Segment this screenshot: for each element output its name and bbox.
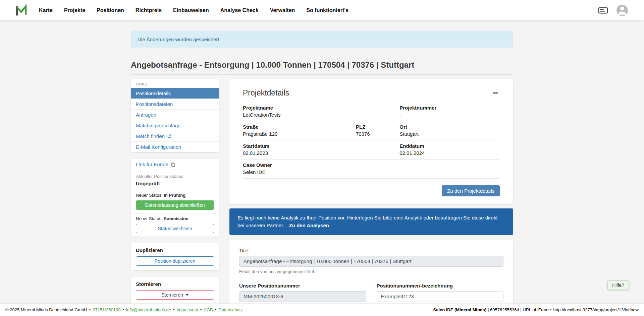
footer-link-datenschutz[interactable]: Datenschutz (218, 307, 243, 312)
strasse-label: Straße (243, 124, 356, 130)
projektnummer-value: - (399, 112, 500, 118)
field-projektnummer: Projektnummer - (399, 105, 500, 118)
top-nav: Karte Projekte Positionen Richtpreis Ein… (0, 0, 644, 20)
nav-right (598, 5, 628, 16)
projektnummer-label: Projektnummer (399, 105, 500, 111)
next-status-label: Neuer Status: (136, 193, 163, 198)
sidebar-item-positionsdetails[interactable]: Positionsdetails (131, 88, 219, 99)
strasse-value: Pragstraße 120 (243, 131, 356, 137)
project-details-title: Projektdetails (243, 88, 289, 98)
project-row-2: Straße Pragstraße 120 PLZ 70376 Ort Stut… (243, 121, 500, 140)
main-content: Die Änderungen wurden gespeichert Angebo… (0, 20, 644, 304)
sidebar-item-label: Positionsdetails (136, 90, 171, 96)
copyright-text: © 2025 Mineral Minds Deutschland GmbH (5, 307, 87, 312)
next-status-1-line: Neuer Status: In Prüfung (136, 193, 214, 198)
titel-input (239, 256, 503, 267)
positionsnummer-input[interactable] (377, 291, 504, 302)
nav-item-karte[interactable]: Karte (39, 7, 53, 13)
person-icon (616, 5, 628, 16)
collapse-icon[interactable] (493, 92, 498, 93)
position-form-card: Titel Erhält den von uns vorgegebenen Ti… (229, 240, 513, 304)
to-analyses-link[interactable]: Zu den Analysen (289, 223, 329, 228)
nav-item-projekte[interactable]: Projekte (64, 7, 85, 13)
nav-item-analyse-check[interactable]: Analyse Check (220, 7, 259, 13)
unsere-positionsnummer-label: Unsere Positionsnummer (239, 283, 366, 289)
nav-item-so-funktionierts[interactable]: So funktioniert's (306, 7, 348, 13)
duplicate-position-button[interactable]: Position duplizieren (136, 256, 214, 266)
field-ort: Ort Stuttgart (399, 124, 500, 137)
sidebar-item-email-konfiguration[interactable]: E-Mail Konfiguration (131, 141, 219, 152)
titel-label: Titel (239, 248, 503, 253)
next-status-label: Neuer Status: (136, 216, 163, 221)
customer-link-label: Link für Kunde (136, 162, 168, 167)
current-status-value: Ungeprüft (136, 181, 214, 186)
customer-link[interactable]: Link für Kunde (136, 162, 175, 167)
links-header: LINKS (131, 79, 219, 88)
unsere-positionsnummer-field: Unsere Positionsnummer Erhält eine syste… (239, 283, 366, 304)
title-divider (131, 74, 513, 75)
separator-dot (87, 307, 93, 312)
nav-item-einbauweisen[interactable]: Einbauweisen (173, 7, 209, 13)
nav-item-richtpreis[interactable]: Richtpreis (136, 7, 162, 13)
sidebar-item-positionsdateien[interactable]: Positionsdateien (131, 99, 219, 109)
content-column: Projektdetails Projektname LotCreationTe… (229, 79, 513, 304)
case-owner-label: Case Owner (243, 162, 500, 168)
success-alert: Die Änderungen wurden gespeichert (131, 31, 513, 48)
sidebar-item-matchingvorschlaege[interactable]: Matchingvorschläge (131, 120, 219, 131)
sidebar-item-anfragen[interactable]: Anfragen (131, 109, 219, 120)
user-avatar[interactable] (616, 5, 628, 16)
footer-link-impressum[interactable]: Impressum (176, 307, 198, 312)
positionsnummer-label: Positionsnummer/-bezeichnung (377, 283, 504, 289)
field-plz: PLZ 70376 (356, 124, 399, 137)
startdatum-value: 02.01.2023 (243, 150, 399, 156)
sidebar-item-match-finden[interactable]: Match finden (131, 131, 219, 141)
footer-link-agb[interactable]: AGB (204, 307, 213, 312)
footer-session-details: | 69576255536d | URL of iFrame: http://l… (486, 307, 639, 312)
to-project-details-button[interactable]: Zu den Projektdetails (442, 185, 500, 196)
separator-dot (198, 307, 204, 312)
next-status-2-section: Neuer Status: Submission Status wechseln (131, 213, 219, 237)
projektname-label: Projektname (243, 105, 399, 111)
help-button[interactable]: Hilfe? (607, 280, 629, 290)
field-projektname: Projektname LotCreationTests (243, 105, 399, 118)
position-number-row: Unsere Positionsnummer Erhält eine syste… (239, 283, 503, 304)
footer-link-email[interactable]: info@mineral-minds.de (126, 307, 171, 312)
plz-value: 70376 (356, 131, 399, 137)
next-status-2-value: Submission (164, 216, 189, 221)
unsere-positionsnummer-input (239, 291, 366, 302)
sidebar-item-label: E-Mail Konfiguration (136, 144, 181, 150)
project-row-1: Projektname LotCreationTests Projektnumm… (243, 102, 500, 121)
analytics-banner: Es liegt noch keine Analytik zu Ihrer Po… (229, 208, 513, 235)
separator-dot (213, 307, 219, 312)
field-case-owner: Case Owner Selen IDE (243, 162, 500, 175)
analytics-banner-text: Es liegt noch keine Analytik zu Ihrer Po… (237, 215, 497, 228)
nav-item-verwalten[interactable]: Verwalten (270, 7, 295, 13)
field-startdatum: Startdatum 02.01.2023 (243, 143, 399, 156)
enddatum-label: Enddatum (399, 143, 500, 149)
footer-link-phone[interactable]: 07151/250100 (93, 307, 120, 312)
customer-link-section: Link für Kunde (131, 159, 219, 171)
mineral-minds-logo[interactable] (15, 4, 28, 17)
switch-status-button[interactable]: Status wechseln (136, 224, 214, 233)
footer-user: Selen IDE (Mineral Minds) (433, 307, 486, 312)
next-status-1-value: In Prüfung (164, 193, 185, 198)
duplicate-card: Duplizieren Position duplizieren (131, 243, 219, 270)
case-owner-value: Selen IDE (243, 169, 500, 175)
footer-session-info: Selen IDE (Mineral Minds) | 69576255536d… (433, 307, 639, 312)
next-status-2-line: Neuer Status: Submission (136, 216, 214, 221)
nav-item-positionen[interactable]: Positionen (97, 7, 124, 13)
main-nav: Karte Projekte Positionen Richtpreis Ein… (39, 7, 348, 13)
cancel-dropdown-button[interactable]: Stornieren (136, 290, 214, 300)
field-enddatum: Enddatum 02.01.2024 (399, 143, 500, 156)
complete-data-entry-button[interactable]: Datenerfassung abschließen (136, 200, 214, 210)
cancel-title: Stornieren (136, 281, 214, 287)
status-card: Link für Kunde Aktueller Positionsstatus… (131, 159, 219, 237)
server-icon[interactable] (598, 5, 608, 15)
cancel-card: Stornieren Stornieren (131, 277, 219, 304)
sidebar-item-label: Matchingvorschläge (136, 123, 180, 128)
ort-value: Stuttgart (399, 131, 500, 137)
positionsnummer-field: Positionsnummer/-bezeichnung Z.B. Intern… (377, 283, 504, 304)
startdatum-label: Startdatum (243, 143, 399, 149)
sidebar-links-card: LINKS Positionsdetails Positionsdateien … (131, 79, 219, 152)
project-row-3: Startdatum 02.01.2023 Enddatum 02.01.202… (243, 140, 500, 160)
